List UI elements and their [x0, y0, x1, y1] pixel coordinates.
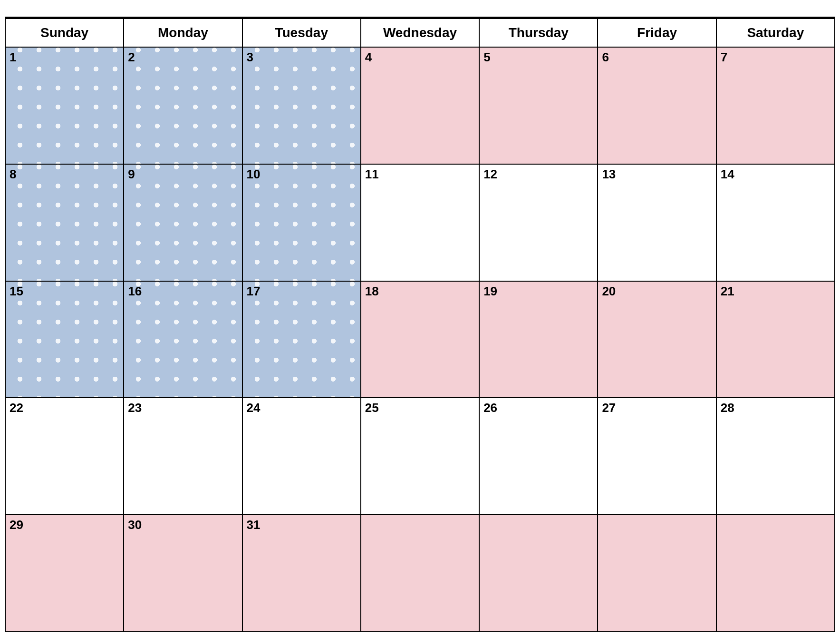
day-number: 7 [721, 50, 830, 65]
calendar-cell-17: 17 [242, 281, 361, 398]
calendar-cell-28: 28 [716, 398, 835, 515]
calendar-cell-9: 9 [124, 164, 242, 281]
day-number: 26 [483, 401, 593, 415]
day-number: 4 [365, 50, 475, 65]
day-header-friday: Friday [598, 19, 716, 47]
day-number: 9 [128, 167, 238, 182]
day-number: 17 [247, 284, 357, 299]
day-number: 24 [247, 401, 357, 415]
calendar-cell-30: 30 [124, 515, 242, 632]
week-row-5: 293031 [5, 515, 835, 632]
day-number: 31 [247, 518, 357, 532]
week-row-4: 22232425262728 [5, 398, 835, 515]
day-number: 14 [721, 167, 830, 182]
calendar-cell-14: 14 [716, 164, 835, 281]
day-number: 2 [128, 50, 238, 65]
calendar-cell-6: 6 [598, 47, 716, 164]
day-number: 3 [247, 50, 357, 65]
calendar-cell-8: 8 [5, 164, 124, 281]
calendar-cell-12: 12 [479, 164, 598, 281]
day-number: 23 [128, 401, 238, 415]
calendar-cell-27: 27 [598, 398, 716, 515]
calendar-cell-10: 10 [242, 164, 361, 281]
day-number: 10 [247, 167, 357, 182]
day-number: 28 [721, 401, 830, 415]
day-number: 18 [365, 284, 475, 299]
week-row-3: 15161718192021 [5, 281, 835, 398]
day-number: 8 [10, 167, 119, 182]
calendar-cell-22: 22 [5, 398, 124, 515]
day-number: 29 [10, 518, 119, 532]
calendar-cell-empty [361, 515, 479, 632]
day-header-tuesday: Tuesday [242, 19, 361, 47]
calendar-cell-29: 29 [5, 515, 124, 632]
calendar-cell-11: 11 [361, 164, 479, 281]
day-number: 11 [365, 167, 475, 182]
day-number: 16 [128, 284, 238, 299]
day-number: 15 [10, 284, 119, 299]
calendar-cell-25: 25 [361, 398, 479, 515]
calendar-cell-15: 15 [5, 281, 124, 398]
day-number: 30 [128, 518, 238, 532]
calendar-cell-18: 18 [361, 281, 479, 398]
day-number: 6 [602, 50, 712, 65]
calendar-table: SundayMondayTuesdayWednesdayThursdayFrid… [5, 18, 835, 632]
day-number: 25 [365, 401, 475, 415]
calendar-cell-1: 1 [5, 47, 124, 164]
calendar-cell-empty [716, 515, 835, 632]
calendar-container: SundayMondayTuesdayWednesdayThursdayFrid… [0, 0, 840, 637]
day-header-thursday: Thursday [479, 19, 598, 47]
calendar-cell-16: 16 [124, 281, 242, 398]
calendar-cell-13: 13 [598, 164, 716, 281]
calendar-cell-3: 3 [242, 47, 361, 164]
week-row-2: 891011121314 [5, 164, 835, 281]
calendar-cell-21: 21 [716, 281, 835, 398]
calendar-title [5, 5, 835, 18]
calendar-cell-26: 26 [479, 398, 598, 515]
day-number: 22 [10, 401, 119, 415]
calendar-cell-4: 4 [361, 47, 479, 164]
calendar-cell-20: 20 [598, 281, 716, 398]
calendar-cell-empty [598, 515, 716, 632]
day-number: 12 [483, 167, 593, 182]
day-number: 20 [602, 284, 712, 299]
day-number: 13 [602, 167, 712, 182]
calendar-cell-23: 23 [124, 398, 242, 515]
calendar-cell-19: 19 [479, 281, 598, 398]
day-number: 19 [483, 284, 593, 299]
day-number: 21 [721, 284, 830, 299]
calendar-cell-empty [479, 515, 598, 632]
calendar-cell-2: 2 [124, 47, 242, 164]
day-number: 27 [602, 401, 712, 415]
day-number: 1 [10, 50, 119, 65]
header-row: SundayMondayTuesdayWednesdayThursdayFrid… [5, 19, 835, 47]
day-header-sunday: Sunday [5, 19, 124, 47]
calendar-cell-5: 5 [479, 47, 598, 164]
day-header-saturday: Saturday [716, 19, 835, 47]
calendar-cell-24: 24 [242, 398, 361, 515]
calendar-cell-7: 7 [716, 47, 835, 164]
day-header-wednesday: Wednesday [361, 19, 479, 47]
calendar-cell-31: 31 [242, 515, 361, 632]
week-row-1: 1234567 [5, 47, 835, 164]
day-header-monday: Monday [124, 19, 242, 47]
day-number: 5 [483, 50, 593, 65]
